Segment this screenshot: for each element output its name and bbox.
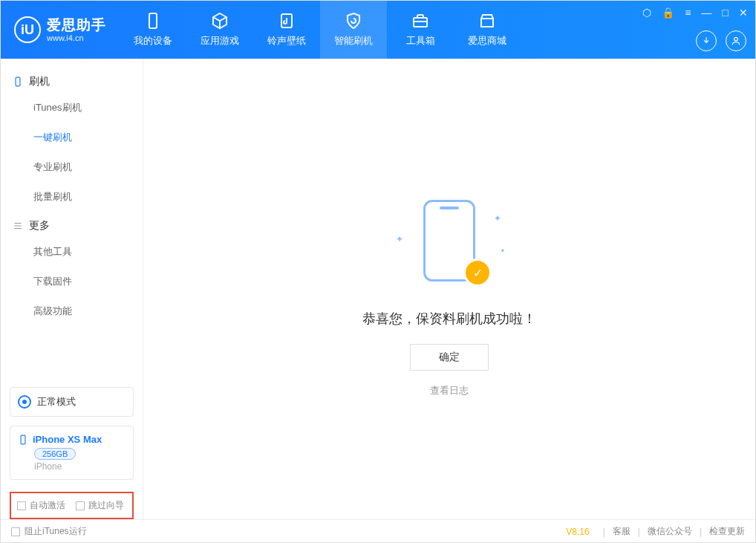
tab-ringtones[interactable]: 铃声壁纸	[253, 1, 320, 59]
checkbox-icon	[11, 527, 20, 536]
tab-smart-flash[interactable]: 智能刷机	[320, 1, 387, 59]
tab-label: 铃声壁纸	[267, 34, 306, 48]
header: iU 爱思助手 www.i4.cn 我的设备 应用游戏 铃声壁纸 智能刷机 工具…	[1, 1, 755, 59]
sidebar-group-flash: 刷机	[1, 68, 143, 93]
mode-label: 正常模式	[37, 395, 76, 409]
checkbox-skip-guide[interactable]: 跳过向导	[76, 499, 124, 512]
tab-label: 我的设备	[134, 34, 172, 48]
shirt-icon[interactable]: ⬡	[642, 7, 651, 19]
group-title: 刷机	[29, 75, 50, 88]
success-illustration: ✓ ✦ ✦ •	[405, 200, 494, 289]
tab-label: 爱思商城	[468, 34, 506, 48]
tab-label: 应用游戏	[201, 34, 239, 48]
svg-rect-0	[149, 13, 157, 28]
main-content: ✓ ✦ ✦ • 恭喜您，保资料刷机成功啦！ 确定 查看日志	[143, 59, 755, 519]
checkbox-label: 跳过向导	[88, 499, 124, 512]
app-logo: iU 爱思助手 www.i4.cn	[1, 1, 120, 59]
toolbox-icon	[411, 12, 429, 30]
version-label: V8.16	[566, 527, 589, 537]
user-button[interactable]	[726, 30, 746, 51]
device-icon	[144, 12, 162, 30]
tab-toolbox[interactable]: 工具箱	[387, 1, 454, 59]
close-button[interactable]: ✕	[739, 7, 748, 19]
minimize-button[interactable]: —	[702, 7, 712, 19]
separator: |	[638, 527, 640, 537]
maximize-button[interactable]: □	[723, 7, 729, 19]
shield-refresh-icon	[345, 12, 362, 30]
tab-label: 智能刷机	[334, 34, 373, 48]
music-file-icon	[278, 12, 296, 30]
tab-my-device[interactable]: 我的设备	[120, 1, 186, 59]
lock-icon[interactable]: 🔒	[662, 7, 674, 19]
sidebar-item-other-tools[interactable]: 其他工具	[1, 237, 143, 267]
device-info-box[interactable]: iPhone XS Max 256GB iPhone	[10, 426, 134, 480]
separator: |	[700, 527, 702, 537]
device-type: iPhone	[34, 461, 126, 472]
highlighted-options-row: 自动激活 跳过向导	[10, 492, 134, 519]
cube-icon	[211, 12, 229, 30]
logo-icon: iU	[14, 16, 41, 43]
link-check-update[interactable]: 检查更新	[709, 525, 745, 538]
sidebar-item-pro-flash[interactable]: 专业刷机	[1, 152, 143, 182]
mode-indicator-icon	[18, 395, 31, 409]
tab-store[interactable]: 爱思商城	[454, 1, 521, 59]
svg-point-3	[734, 37, 738, 41]
checkbox-label: 阻止iTunes运行	[25, 525, 87, 538]
phone-outline-icon	[13, 77, 23, 87]
link-support[interactable]: 客服	[613, 525, 630, 538]
checkbox-auto-activate[interactable]: 自动激活	[17, 499, 65, 512]
svg-rect-5	[21, 435, 25, 444]
device-name: iPhone XS Max	[33, 434, 102, 445]
tab-apps-games[interactable]: 应用游戏	[186, 1, 253, 59]
checkbox-icon	[17, 501, 26, 510]
store-icon	[478, 12, 496, 30]
sidebar-item-itunes-flash[interactable]: iTunes刷机	[1, 93, 143, 123]
sparkle-icon: ✦	[396, 234, 403, 244]
group-title: 更多	[29, 219, 50, 233]
list-icon	[13, 221, 23, 231]
sidebar: 刷机 iTunes刷机 一键刷机 专业刷机 批量刷机 更多 其他工具 下载固件 …	[1, 59, 143, 519]
sidebar-item-oneclick-flash[interactable]: 一键刷机	[1, 123, 143, 152]
sidebar-group-more: 更多	[1, 212, 143, 237]
checkbox-icon	[76, 501, 85, 510]
link-wechat[interactable]: 微信公众号	[648, 525, 692, 538]
sidebar-item-download-firmware[interactable]: 下载固件	[1, 267, 143, 296]
phone-icon	[18, 435, 28, 445]
download-button[interactable]	[696, 30, 717, 51]
nav-tabs: 我的设备 应用游戏 铃声壁纸 智能刷机 工具箱 爱思商城	[120, 1, 521, 59]
menu-icon[interactable]: ≡	[685, 7, 691, 19]
window-controls: ⬡ 🔒 ≡ — □ ✕	[642, 7, 748, 19]
view-log-link[interactable]: 查看日志	[430, 384, 469, 397]
ok-button[interactable]: 确定	[410, 344, 489, 371]
header-right-actions	[696, 30, 746, 51]
user-icon	[731, 36, 741, 46]
success-message: 恭喜您，保资料刷机成功啦！	[362, 310, 536, 328]
check-badge-icon: ✓	[466, 261, 489, 284]
device-mode-box[interactable]: 正常模式	[10, 387, 134, 417]
tab-label: 工具箱	[406, 34, 435, 48]
checkbox-label: 自动激活	[30, 499, 65, 512]
device-capacity: 256GB	[34, 448, 76, 460]
svg-rect-4	[16, 77, 20, 86]
separator: |	[603, 527, 605, 537]
app-name-cn: 爱思助手	[47, 17, 106, 33]
sparkle-icon: •	[501, 246, 504, 256]
app-name-en: www.i4.cn	[47, 33, 106, 43]
status-bar: 阻止iTunes运行 V8.16 | 客服 | 微信公众号 | 检查更新	[1, 519, 755, 543]
checkbox-block-itunes[interactable]: 阻止iTunes运行	[11, 525, 87, 538]
sparkle-icon: ✦	[494, 213, 501, 224]
download-icon	[701, 36, 711, 46]
sidebar-item-advanced[interactable]: 高级功能	[1, 296, 143, 326]
sidebar-item-batch-flash[interactable]: 批量刷机	[1, 182, 143, 212]
